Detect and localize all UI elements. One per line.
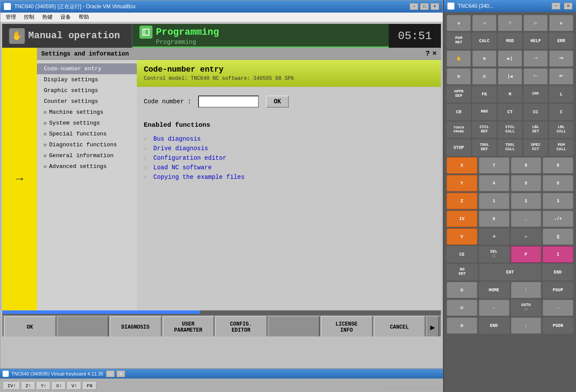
tnc-btn-fk[interactable]: FK (472, 86, 497, 102)
programming-mode[interactable]: Programming Programming (132, 24, 389, 48)
tnc-btn-refresh[interactable]: ↺ (447, 15, 471, 31)
toolbar-ok-button[interactable]: OK (4, 316, 56, 336)
nav-code-number-entry[interactable]: Code-number entry (37, 63, 137, 74)
tnc-btn-ct[interactable]: CT (498, 104, 522, 120)
tnc-btn-play-right[interactable]: ▶| (498, 50, 522, 67)
tnc-btn-left-arrow[interactable]: ← (479, 300, 510, 316)
maximize-button[interactable]: □ (420, 3, 429, 10)
func-load-nc-software[interactable]: ✗ Load NC software (144, 163, 434, 172)
tnc-btn-box-plus2[interactable]: ⊞ (447, 282, 477, 298)
tnc-btn-sign[interactable]: -/+ (543, 211, 573, 227)
func-drive-diagnosis[interactable]: ✗ Drive diagnosis (144, 144, 434, 153)
tnc-btn-home[interactable]: HOME (479, 282, 510, 298)
menu-hotkeys[interactable]: 热键 (39, 13, 56, 22)
tnc-btn-box-plus[interactable]: ⊞ (447, 68, 471, 85)
tnc-btn-2[interactable]: 2 (511, 193, 542, 209)
tnc-btn-play-left[interactable]: |◀ (498, 68, 522, 85)
tnc-btn-no-ent[interactable]: NOENT (447, 264, 478, 280)
tnc-btn-goto[interactable]: GOTO□ (511, 300, 542, 316)
close-button[interactable]: × (430, 3, 439, 10)
toolbar-arrow-button[interactable]: ▶ (426, 316, 439, 336)
tnc-btn-end-big[interactable]: END (542, 264, 573, 280)
nav-machine-settings[interactable]: ⊞ Machine settings (37, 107, 137, 118)
nav-general-information[interactable]: ⊞ General information (37, 150, 137, 161)
tnc-btn-up-arrow[interactable]: ↑ (511, 282, 542, 298)
tnc-btn-c[interactable]: C (549, 104, 573, 120)
toolbar-license-info-button[interactable]: LICENSE INFO (321, 316, 373, 336)
tnc-btn-cycl-call[interactable]: CYCLCALL (498, 122, 522, 138)
vkb-key-v[interactable]: V↑ (67, 382, 81, 390)
tnc-btn-target[interactable]: ⊕ (472, 50, 497, 67)
vkb-key-z[interactable]: Z↑ (22, 382, 35, 390)
manual-operation-mode[interactable]: ✋ Manual operation (2, 24, 132, 48)
tnc-btn-q[interactable]: Q (543, 228, 573, 245)
tnc-btn-rnd[interactable]: RND (472, 104, 497, 120)
tnc-btn-help[interactable]: HELP (523, 33, 548, 49)
menu-control[interactable]: 控制 (20, 13, 38, 22)
tnc-btn-8[interactable]: 8 (511, 157, 542, 174)
vkb-key-y[interactable]: Y↑ (37, 382, 50, 390)
tnc-btn-pgup[interactable]: PGUP (543, 282, 573, 298)
tnc-btn-chf[interactable]: CHF (523, 86, 548, 102)
tnc-btn-lbl-set[interactable]: LBLSET (523, 122, 548, 138)
tnc-btn-arrow-left2[interactable]: ⇐ (549, 68, 573, 85)
tnc-btn-end[interactable]: END (479, 317, 510, 334)
tnc-btn-6[interactable]: 6 (543, 175, 573, 191)
nav-special-functions[interactable]: ⊞ Special functions (37, 128, 137, 139)
toolbar-config-editor-button[interactable]: CONFIG. EDITOR (215, 316, 267, 336)
tnc-btn-mod[interactable]: MOD (498, 33, 522, 49)
tnc-btn-down-arrow[interactable]: ▽ (498, 15, 522, 31)
nav-advanced-settings[interactable]: ⊞ Advanced settings (37, 161, 137, 172)
vkb-key-iv[interactable]: IV↑ (3, 382, 20, 390)
tnc-btn-del[interactable]: DEL□ (479, 246, 510, 263)
tnc-btn-dot[interactable]: . (511, 211, 542, 227)
settings-close-icon[interactable]: × (432, 50, 437, 58)
tnc-btn-crosshair[interactable]: ✛ (511, 228, 542, 245)
tnc-btn-tool-call[interactable]: TOOLCALL (498, 139, 522, 156)
menu-devices[interactable]: 设备 (57, 13, 74, 22)
settings-help-icon[interactable]: ? (426, 50, 430, 58)
tnc-minimize-button[interactable]: − (552, 3, 560, 10)
vkb-key-fn[interactable]: FN (83, 382, 96, 390)
vkb-minimize-button[interactable]: − (106, 370, 115, 377)
tnc-btn-back[interactable]: ◁ (472, 15, 497, 31)
nav-diagnostic-functions[interactable]: ⊞ Diagnostic functions (37, 139, 137, 150)
code-entry-ok-button[interactable]: OK (266, 96, 289, 108)
tnc-btn-box-plus3[interactable]: ⊞ (447, 317, 477, 334)
tnc-btn-seq-left[interactable]: ← (523, 68, 548, 85)
tnc-btn-5[interactable]: 5 (511, 175, 542, 191)
func-bus-diagnosis[interactable]: ✗ Bus diagnosis (144, 134, 434, 144)
tnc-btn-p[interactable]: P (511, 246, 542, 263)
tnc-btn-hand[interactable]: ✋ (447, 50, 471, 67)
tnc-btn-cycl-def[interactable]: CYCLDEF (472, 122, 497, 138)
tnc-btn-z[interactable]: Z (447, 193, 477, 209)
tnc-btn-calc[interactable]: CALC (472, 33, 497, 49)
tnc-btn-seq-right[interactable]: → (523, 50, 548, 67)
tnc-btn-y[interactable]: Y (447, 175, 477, 191)
nav-system-settings[interactable]: ⊞ System settings (37, 118, 137, 128)
tnc-btn-pgdn[interactable]: PGDN (543, 317, 573, 334)
tnc-btn-arrow-right2[interactable]: ⇒ (549, 50, 573, 67)
vkb-close-button[interactable]: × (116, 370, 125, 377)
tnc-btn-lbl-call[interactable]: LBLCALL (549, 122, 573, 138)
tnc-btn-9[interactable]: 9 (543, 157, 573, 174)
nav-counter-settings[interactable]: Counter settings (37, 96, 137, 107)
tnc-btn-pgm-call[interactable]: PGMCALL (549, 139, 573, 156)
menu-help[interactable]: 帮助 (75, 13, 93, 22)
tnc-btn-stop[interactable]: STOP (447, 139, 471, 156)
tnc-btn-redo[interactable]: ↻ (549, 15, 573, 31)
toolbar-cancel-button[interactable]: CANCEL (374, 316, 426, 336)
tnc-btn-i[interactable]: I (543, 246, 573, 263)
tnc-btn-v[interactable]: V (447, 228, 477, 245)
tnc-btn-spec-fct[interactable]: SPECFCT (523, 139, 548, 156)
tnc-btn-err[interactable]: ERR (549, 33, 573, 49)
tnc-btn-tool-def[interactable]: TOOLDEF (472, 139, 497, 156)
tnc-btn-l[interactable]: L (549, 86, 573, 102)
nav-display-settings[interactable]: Display settings (37, 74, 137, 85)
tnc-btn-7[interactable]: 7 (479, 157, 510, 174)
tnc-btn-0[interactable]: 0 (479, 211, 510, 227)
tnc-btn-1[interactable]: 1 (479, 193, 510, 209)
code-number-input[interactable] (198, 96, 259, 108)
nav-graphic-settings[interactable]: Graphic settings (37, 85, 137, 96)
tnc-btn-ent[interactable]: ENT (479, 264, 541, 280)
